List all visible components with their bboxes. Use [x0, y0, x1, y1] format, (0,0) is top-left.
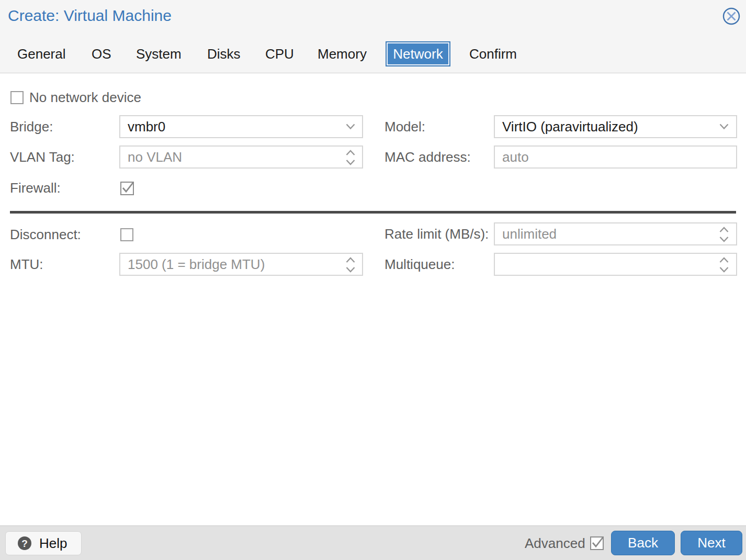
svg-text:?: ? — [21, 538, 28, 549]
